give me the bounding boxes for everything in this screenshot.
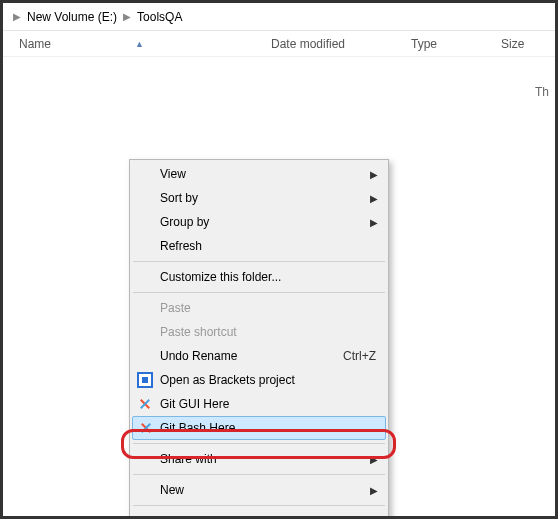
menu-groupby[interactable]: Group by ▶ — [132, 210, 386, 234]
menu-customize[interactable]: Customize this folder... — [132, 265, 386, 289]
git-icon — [137, 419, 155, 437]
submenu-arrow-icon: ▶ — [370, 169, 378, 180]
breadcrumb-volume[interactable]: New Volume (E:) — [27, 10, 117, 24]
menu-share-label: Share with — [160, 452, 380, 466]
file-area[interactable]: Th View ▶ Sort by ▶ Group by ▶ Refresh C… — [3, 57, 555, 516]
col-size[interactable]: Size — [493, 31, 555, 56]
menu-view-label: View — [160, 167, 380, 181]
menu-git-bash-label: Git Bash Here — [160, 421, 380, 435]
menu-refresh[interactable]: Refresh — [132, 234, 386, 258]
column-headers: Name ▲ Date modified Type Size — [3, 31, 555, 57]
chevron-right-icon: ▶ — [13, 11, 21, 22]
menu-separator — [133, 292, 385, 293]
menu-git-bash[interactable]: Git Bash Here — [132, 416, 386, 440]
menu-share-with[interactable]: Share with ▶ — [132, 447, 386, 471]
menu-paste: Paste — [132, 296, 386, 320]
menu-customize-label: Customize this folder... — [160, 270, 380, 284]
menu-git-gui-label: Git GUI Here — [160, 397, 380, 411]
menu-properties-label: Properties — [160, 514, 380, 519]
menu-separator — [133, 474, 385, 475]
col-name-label: Name — [19, 37, 51, 51]
menu-undo-label: Undo Rename — [160, 349, 343, 363]
submenu-arrow-icon: ▶ — [370, 193, 378, 204]
col-type[interactable]: Type — [403, 31, 493, 56]
submenu-arrow-icon: ▶ — [370, 217, 378, 228]
menu-separator — [133, 261, 385, 262]
git-icon — [136, 395, 154, 413]
menu-properties[interactable]: Properties — [132, 509, 386, 519]
breadcrumb[interactable]: ▶ New Volume (E:) ▶ ToolsQA — [3, 3, 555, 31]
menu-open-brackets-label: Open as Brackets project — [160, 373, 380, 387]
menu-paste-shortcut: Paste shortcut — [132, 320, 386, 344]
menu-separator — [133, 505, 385, 506]
context-menu: View ▶ Sort by ▶ Group by ▶ Refresh Cust… — [129, 159, 389, 519]
brackets-icon — [136, 371, 154, 389]
menu-undo-shortcut: Ctrl+Z — [343, 349, 376, 363]
svg-rect-1 — [142, 377, 148, 383]
menu-sortby[interactable]: Sort by ▶ — [132, 186, 386, 210]
menu-groupby-label: Group by — [160, 215, 380, 229]
submenu-arrow-icon: ▶ — [370, 454, 378, 465]
menu-refresh-label: Refresh — [160, 239, 380, 253]
menu-new[interactable]: New ▶ — [132, 478, 386, 502]
col-name[interactable]: Name ▲ — [3, 31, 263, 56]
menu-paste-label: Paste — [160, 301, 380, 315]
menu-new-label: New — [160, 483, 380, 497]
menu-view[interactable]: View ▶ — [132, 162, 386, 186]
submenu-arrow-icon: ▶ — [370, 485, 378, 496]
col-date[interactable]: Date modified — [263, 31, 403, 56]
menu-undo-rename[interactable]: Undo Rename Ctrl+Z — [132, 344, 386, 368]
sort-ascending-icon: ▲ — [135, 39, 144, 49]
menu-paste-shortcut-label: Paste shortcut — [160, 325, 380, 339]
menu-sortby-label: Sort by — [160, 191, 380, 205]
breadcrumb-folder[interactable]: ToolsQA — [137, 10, 182, 24]
menu-git-gui[interactable]: Git GUI Here — [132, 392, 386, 416]
menu-open-brackets[interactable]: Open as Brackets project — [132, 368, 386, 392]
menu-separator — [133, 443, 385, 444]
chevron-right-icon: ▶ — [123, 11, 131, 22]
empty-folder-text: Th — [535, 85, 549, 99]
